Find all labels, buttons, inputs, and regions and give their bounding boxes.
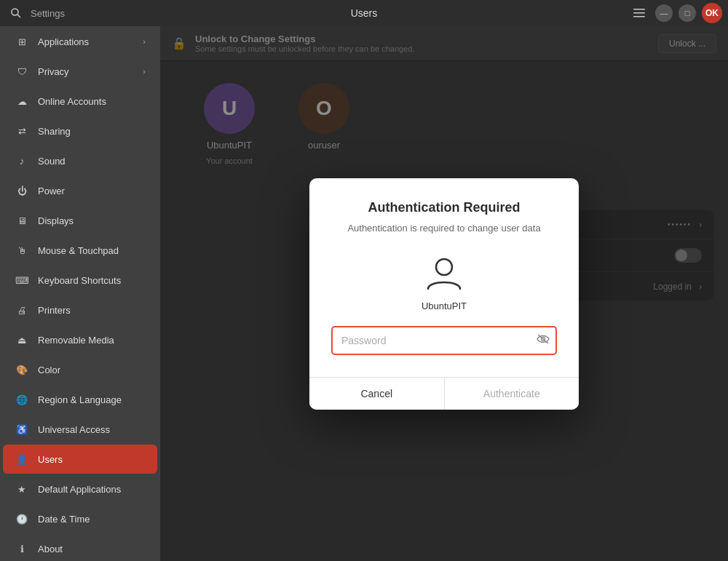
sidebar-item-color[interactable]: 🎨Color	[3, 355, 157, 384]
cancel-button[interactable]: Cancel	[309, 378, 445, 410]
sidebar-item-sound[interactable]: ♪Sound	[3, 146, 157, 175]
keyboard-icon: ⌨	[15, 273, 29, 287]
power-icon: ⏻	[15, 183, 29, 198]
svg-line-1	[17, 15, 20, 17]
universal-access-icon: ♿	[15, 422, 29, 437]
sidebar-item-online-accounts[interactable]: ☁Online Accounts	[3, 87, 157, 116]
sidebar-item-about[interactable]: ℹAbout	[3, 534, 157, 561]
password-input[interactable]	[331, 326, 557, 355]
sidebar-label-printers: Printers	[38, 305, 71, 316]
sidebar-item-removable-media[interactable]: ⏏Removable Media	[3, 325, 157, 354]
sidebar-item-region-language[interactable]: 🌐Region & Language	[3, 385, 157, 414]
default-apps-icon: ★	[15, 482, 29, 496]
users-icon: 👤	[15, 452, 29, 466]
authenticate-button[interactable]: Authenticate	[445, 378, 579, 410]
sidebar-label-applications: Applications	[38, 36, 89, 47]
sidebar-label-color: Color	[38, 365, 60, 375]
sidebar-label-online-accounts: Online Accounts	[38, 96, 106, 107]
dialog-buttons: Cancel Authenticate	[309, 377, 579, 410]
svg-rect-3	[633, 12, 645, 14]
sidebar-label-power: Power	[38, 186, 65, 196]
sound-icon: ♪	[15, 154, 29, 168]
sidebar-label-about: About	[38, 544, 63, 554]
svg-point-0	[12, 9, 18, 15]
sidebar: ⊞Applications›🛡Privacy›☁Online Accounts⇄…	[0, 26, 160, 561]
titlebar: Settings Users — □ OK	[0, 0, 728, 26]
sidebar-item-users[interactable]: 👤Users	[3, 445, 157, 474]
show-password-icon[interactable]	[537, 334, 550, 347]
sidebar-item-mouse-touchpad[interactable]: 🖱Mouse & Touchpad	[3, 236, 157, 265]
applications-chevron-icon: ›	[143, 37, 146, 46]
sharing-icon: ⇄	[15, 124, 29, 138]
dialog-username: UbuntuPIT	[331, 301, 557, 311]
svg-rect-2	[633, 9, 645, 10]
applications-icon: ⊞	[15, 34, 29, 49]
sidebar-item-keyboard[interactable]: ⌨Keyboard Shortcuts	[3, 266, 157, 295]
printers-icon: 🖨	[15, 303, 29, 317]
sidebar-item-date-time[interactable]: 🕐Date & Time	[3, 504, 157, 533]
sidebar-label-users: Users	[38, 454, 63, 465]
privacy-chevron-icon: ›	[143, 67, 146, 76]
color-icon: 🎨	[15, 362, 29, 377]
sidebar-label-removable-media: Removable Media	[38, 335, 114, 346]
user-avatar-btn[interactable]: OK	[702, 3, 722, 23]
online-accounts-icon: ☁	[15, 94, 29, 108]
sidebar-label-mouse-touchpad: Mouse & Touchpad	[38, 245, 119, 256]
sidebar-label-displays: Displays	[38, 215, 74, 226]
sidebar-item-privacy[interactable]: 🛡Privacy›	[3, 57, 157, 86]
sidebar-item-universal-access[interactable]: ♿Universal Access	[3, 415, 157, 444]
privacy-icon: 🛡	[15, 64, 29, 79]
sidebar-label-date-time: Date & Time	[38, 514, 90, 525]
menu-icon[interactable]	[629, 3, 649, 23]
sidebar-label-default-apps: Default Applications	[38, 484, 121, 495]
search-icon[interactable]	[6, 3, 26, 23]
displays-icon: 🖥	[15, 213, 29, 228]
about-icon: ℹ	[15, 541, 29, 556]
sidebar-label-sharing: Sharing	[38, 126, 71, 137]
dialog-subtitle: Authentication is required to change use…	[331, 223, 557, 234]
date-time-icon: 🕐	[15, 512, 29, 526]
dialog-user-icon	[422, 251, 466, 295]
sidebar-item-applications[interactable]: ⊞Applications›	[3, 27, 157, 56]
svg-rect-4	[633, 16, 645, 17]
content-area: 🔒 Unlock to Change Settings Some setting…	[160, 26, 728, 561]
auth-dialog: Authentication Required Authentication i…	[309, 178, 579, 410]
sidebar-label-privacy: Privacy	[38, 66, 69, 77]
password-field-wrap	[331, 326, 557, 355]
svg-point-5	[436, 259, 452, 275]
removable-media-icon: ⏏	[15, 333, 29, 347]
maximize-button[interactable]: □	[678, 4, 696, 22]
sidebar-item-printers[interactable]: 🖨Printers	[3, 295, 157, 325]
window-title: Users	[351, 7, 378, 19]
sidebar-label-sound: Sound	[38, 156, 66, 167]
sidebar-item-displays[interactable]: 🖥Displays	[3, 206, 157, 235]
app-title-label: Settings	[31, 8, 65, 19]
minimize-button[interactable]: —	[655, 4, 673, 22]
region-language-icon: 🌐	[15, 392, 29, 407]
mouse-touchpad-icon: 🖱	[15, 243, 29, 258]
sidebar-label-keyboard: Keyboard Shortcuts	[38, 275, 121, 286]
sidebar-label-region-language: Region & Language	[38, 394, 122, 405]
dialog-title: Authentication Required	[331, 200, 557, 215]
modal-overlay: Authentication Required Authentication i…	[160, 26, 728, 561]
sidebar-item-power[interactable]: ⏻Power	[3, 176, 157, 205]
sidebar-item-default-apps[interactable]: ★Default Applications	[3, 474, 157, 504]
sidebar-label-universal-access: Universal Access	[38, 424, 110, 435]
sidebar-item-sharing[interactable]: ⇄Sharing	[3, 116, 157, 146]
